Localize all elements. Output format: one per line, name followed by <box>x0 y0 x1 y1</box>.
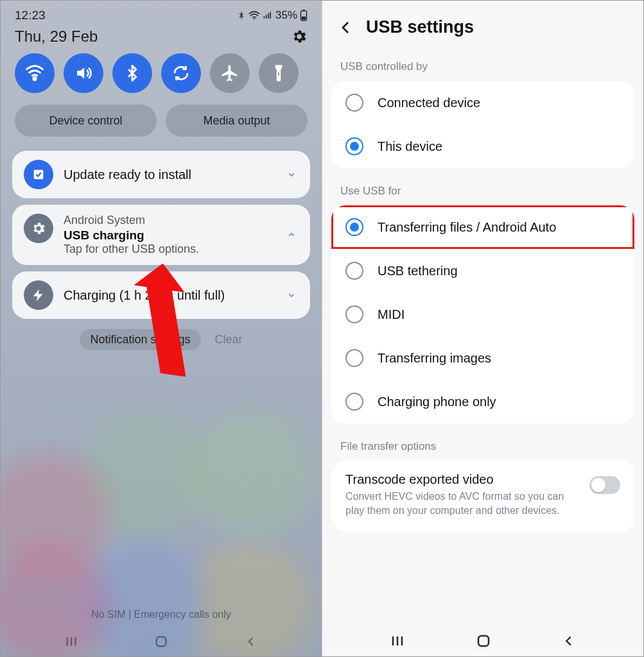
chevron-down-icon <box>286 169 297 180</box>
option-charging-only[interactable]: Charging phone only <box>331 380 634 423</box>
option-usb-tethering[interactable]: USB tethering <box>331 249 634 293</box>
chevron-down-icon <box>286 289 297 301</box>
group-file-transfer: Transcode exported video Convert HEVC vi… <box>331 461 634 531</box>
wifi-toggle[interactable] <box>15 53 55 93</box>
header: USB settings <box>322 1 643 46</box>
notification-subtext: Tap for other USB options. <box>64 243 199 256</box>
device-control-button[interactable]: Device control <box>15 105 157 137</box>
notification-title: Update ready to install <box>64 167 191 182</box>
usb-settings-screen: USB settings USB controlled by Connected… <box>322 1 643 656</box>
option-midi[interactable]: MIDI <box>331 293 634 336</box>
radio-icon <box>345 305 363 323</box>
home-icon[interactable] <box>476 633 491 649</box>
quick-settings-row <box>1 53 322 105</box>
page-title: USB settings <box>366 17 474 37</box>
chevron-up-icon <box>286 229 297 241</box>
option-label: USB tethering <box>378 264 458 278</box>
back-icon[interactable] <box>562 634 576 648</box>
notification-heading: USB charging <box>64 228 199 243</box>
battery-pct: 35% <box>275 9 297 22</box>
notification-shade: 12:23 35% Thu, 29 Feb <box>1 1 322 656</box>
section-label-controlled: USB controlled by <box>322 46 643 78</box>
option-label: Connected device <box>378 96 480 110</box>
option-label: Transferring images <box>378 351 491 366</box>
media-output-button[interactable]: Media output <box>166 105 308 137</box>
option-this-device[interactable]: This device <box>331 124 634 168</box>
section-label-use: Use USB for <box>322 171 643 203</box>
status-bar: 12:23 35% <box>1 6 322 24</box>
radio-icon <box>345 393 363 411</box>
svg-rect-5 <box>278 73 279 75</box>
svg-point-0 <box>254 18 255 19</box>
bolt-icon <box>24 280 53 310</box>
section-label-file-transfer: File transfer options <box>322 426 643 458</box>
svg-rect-3 <box>302 17 306 20</box>
recents-icon[interactable] <box>390 633 405 649</box>
flashlight-toggle[interactable] <box>259 53 299 93</box>
nav-bar <box>1 633 322 650</box>
quick-pill-row: Device control Media output <box>1 105 322 151</box>
option-transferring-files[interactable]: Transferring files / Android Auto <box>331 205 634 249</box>
gear-icon[interactable] <box>291 28 308 45</box>
radio-icon <box>345 349 363 367</box>
notification-settings-button[interactable]: Notification settings <box>80 329 200 350</box>
bluetooth-toggle[interactable] <box>112 53 152 93</box>
clear-button[interactable]: Clear <box>215 333 243 346</box>
nav-bar <box>322 633 643 649</box>
status-icons: 35% <box>237 9 308 22</box>
notification-footer: Notification settings Clear <box>1 325 322 350</box>
notification-title: Charging (1 h 27 m until full) <box>64 288 225 303</box>
date-text: Thu, 29 Feb <box>15 28 98 46</box>
radio-icon <box>345 262 363 280</box>
status-time: 12:23 <box>15 8 46 22</box>
option-label: Charging phone only <box>378 395 496 409</box>
radio-icon <box>345 218 363 236</box>
svg-rect-9 <box>478 636 489 646</box>
notification-usb[interactable]: Android System USB charging Tap for othe… <box>12 205 310 265</box>
toggle-switch[interactable] <box>589 476 620 494</box>
radio-icon <box>345 94 363 112</box>
group-use: Transferring files / Android Auto USB te… <box>331 205 634 423</box>
back-icon[interactable] <box>243 633 259 650</box>
date-row: Thu, 29 Feb <box>1 24 322 53</box>
back-icon[interactable] <box>338 19 354 36</box>
recents-icon[interactable] <box>63 633 80 650</box>
option-connected-device[interactable]: Connected device <box>331 81 634 124</box>
sound-toggle[interactable] <box>64 53 103 93</box>
home-icon[interactable] <box>153 633 170 650</box>
update-icon <box>24 160 53 189</box>
option-label: MIDI <box>378 307 405 322</box>
notification-charging[interactable]: Charging (1 h 27 m until full) <box>12 271 310 319</box>
svg-rect-7 <box>157 637 166 647</box>
radio-icon <box>345 137 363 155</box>
notification-update[interactable]: Update ready to install <box>12 151 310 198</box>
autorotate-toggle[interactable] <box>161 53 201 93</box>
airplane-toggle[interactable] <box>210 53 250 93</box>
option-subtext: Convert HEVC videos to AVC format so you… <box>345 490 580 517</box>
option-transcode[interactable]: Transcode exported video Convert HEVC vi… <box>331 461 634 531</box>
svg-point-4 <box>33 78 36 80</box>
sim-status: No SIM | Emergency calls only <box>1 609 322 620</box>
notification-app: Android System <box>64 214 199 227</box>
option-title: Transcode exported video <box>345 472 580 487</box>
option-transferring-images[interactable]: Transferring images <box>331 336 634 380</box>
system-gear-icon <box>24 214 53 243</box>
group-controlled: Connected device This device <box>331 81 634 168</box>
option-label: Transferring files / Android Auto <box>378 220 556 235</box>
option-label: This device <box>378 139 442 154</box>
svg-rect-2 <box>302 10 305 11</box>
